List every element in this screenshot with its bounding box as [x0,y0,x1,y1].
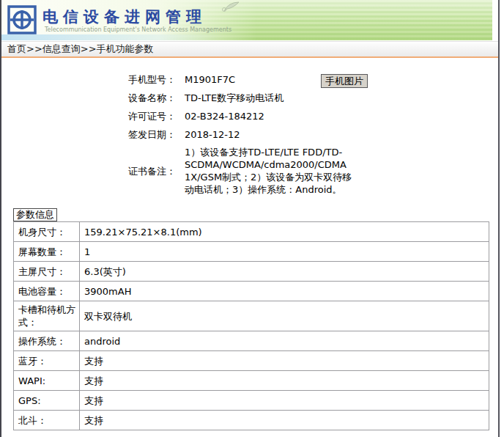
param-value: 支持 [80,411,489,430]
field-value: TD-LTE数字移动电话机 [185,91,284,105]
field-value: M1901F7C [185,73,235,87]
param-label: 机身尺寸： [14,222,80,242]
param-label: 操作系统： [14,331,80,351]
device-info-form: 手机图片 手机型号：M1901F7C设备名称：TD-LTE数字移动电话机许可证号… [0,73,498,200]
param-value: 支持 [80,351,489,371]
param-label: 电池容量： [14,282,80,301]
param-value: 支持 [80,391,489,411]
breadcrumb-separator: >> [26,43,42,54]
page-right-border [498,0,500,437]
field-label: 签发日期： [0,128,176,142]
field-label: 证书备注： [0,164,176,178]
form-row: 许可证号：02-B324-184212 [0,109,498,123]
table-row: 屏幕数量：1 [14,242,489,262]
table-row: 电池容量：3900mAH [14,282,489,301]
table-row: 北斗：支持 [14,411,489,430]
form-row: 设备名称：TD-LTE数字移动电话机 [0,91,498,105]
field-value: 2018-12-12 [185,128,240,142]
param-value: 3900mAH [80,282,489,301]
param-value: 支持 [80,371,489,391]
field-value: 02-B324-184212 [185,109,264,123]
field-label: 设备名称： [0,91,176,105]
param-value: 1 [80,242,489,262]
table-row: 机身尺寸：159.21×75.21×8.1(mm) [14,222,489,242]
table-row: 操作系统：android [14,331,489,351]
param-label: 北斗： [14,411,80,430]
form-row: 证书备注：1）该设备支持TD-LTE/LTE FDD/TD-SCDMA/WCDM… [0,146,498,196]
header-glow-decoration [1,34,221,40]
param-label: WAPI: [14,371,80,391]
site-header: 电信设备进网管理 Telecommunication Equipment's N… [1,0,492,40]
table-row: 主屏尺寸：6.3(英寸) [14,262,489,282]
breadcrumb: 首页>>信息查询>>手机功能参数 [1,41,498,58]
page-left-border [0,0,1,437]
parameters-table-body: 机身尺寸：159.21×75.21×8.1(mm)屏幕数量：1主屏尺寸：6.3(… [14,222,489,430]
phone-photo-button[interactable]: 手机图片 [321,74,368,88]
param-label: 蓝牙： [14,351,80,371]
param-label: 卡槽和待机方式： [14,301,80,331]
param-value: 159.21×75.21×8.1(mm) [80,222,489,242]
param-label: GPS: [14,391,80,411]
param-label: 主屏尺寸： [14,262,80,282]
form-row: 手机型号：M1901F7C [0,73,498,87]
param-label: 屏幕数量： [14,242,80,262]
table-row: 蓝牙：支持 [14,351,489,371]
field-value: 1）该设备支持TD-LTE/LTE FDD/TD-SCDMA/WCDMA/cdm… [185,146,356,196]
table-row: GPS:支持 [14,391,489,411]
telecom-network-access-logo-icon [7,5,37,34]
field-label: 许可证号： [0,109,176,123]
breadcrumb-item[interactable]: 首页 [7,43,26,54]
form-row: 签发日期：2018-12-12 [0,128,498,142]
page: 电信设备进网管理 Telecommunication Equipment's N… [0,0,504,437]
table-row: WAPI:支持 [14,371,489,391]
leaf-decoration-icon [221,1,240,12]
table-row: 卡槽和待机方式：双卡双待机 [14,301,489,331]
breadcrumb-item[interactable]: 信息查询 [42,43,81,54]
site-title: 电信设备进网管理 [42,7,207,27]
param-value: 双卡双待机 [80,301,489,331]
parameters-section-label: 参数信息 [13,208,57,221]
param-value: 6.3(英寸) [80,262,489,282]
breadcrumb-separator: >> [81,43,97,54]
param-value: android [80,331,489,351]
field-label: 手机型号： [0,73,176,87]
parameters-table: 机身尺寸：159.21×75.21×8.1(mm)屏幕数量：1主屏尺寸：6.3(… [13,221,489,430]
site-subtitle: Telecommunication Equipment's Network Ac… [45,26,231,33]
breadcrumb-item[interactable]: 手机功能参数 [97,43,154,54]
